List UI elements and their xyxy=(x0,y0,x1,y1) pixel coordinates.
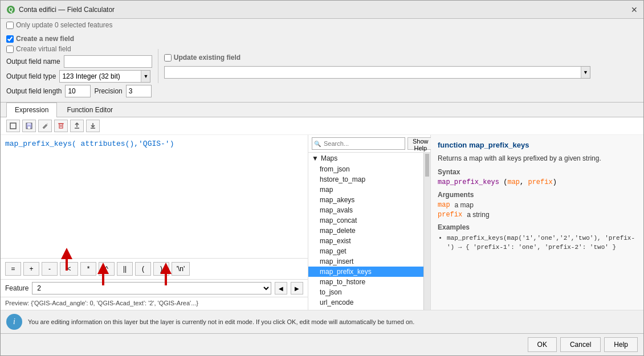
help-arguments: Arguments map a map prefix a string xyxy=(438,191,637,219)
ok-button[interactable]: OK xyxy=(528,337,557,352)
update-field-dropdown[interactable]: ▼ xyxy=(164,66,590,79)
app-icon: Q xyxy=(6,5,15,14)
only-update-row: Only update 0 selected features xyxy=(1,19,643,31)
feature-row: Feature 2 ◀ ▶ xyxy=(1,280,308,297)
output-type-select[interactable]: 123 Integer (32 bit) ▼ xyxy=(59,70,150,83)
field-options-row: Create a new field Create virtual field … xyxy=(1,31,643,100)
help-button[interactable]: Help xyxy=(604,337,638,352)
search-input[interactable] xyxy=(312,137,405,150)
edit-button[interactable] xyxy=(38,120,52,132)
preview-text: Preview: {'QGIS-Acad_angle': 0, 'QGIS-Ac… xyxy=(5,300,198,306)
func-hstore-to-map[interactable]: hstore_to_map xyxy=(308,174,423,185)
form-divider xyxy=(158,49,158,83)
next-feature-btn[interactable]: ▶ xyxy=(291,282,303,294)
close-button[interactable]: ✕ xyxy=(631,6,638,14)
virtual-field-label[interactable]: Create virtual field xyxy=(6,45,71,53)
tab-function-editor[interactable]: Function Editor xyxy=(58,103,121,117)
update-dropdown-arrow: ▼ xyxy=(581,67,590,78)
only-update-label[interactable]: Only update 0 selected features xyxy=(6,21,112,29)
arrow-indicator-1: < xyxy=(60,262,78,276)
scrollbar-thumb[interactable] xyxy=(425,154,429,177)
upload-button[interactable] xyxy=(70,120,84,132)
calc-buttons: = + - < * ^ || ( ) '\n' xyxy=(1,259,308,280)
func-map[interactable]: map xyxy=(308,185,423,195)
right-panel: function map_prefix_keys Returns a map w… xyxy=(431,135,643,310)
editor-toolbar xyxy=(1,117,643,135)
info-icon: i xyxy=(6,314,22,330)
type-dropdown-arrow: ▼ xyxy=(141,71,150,82)
func-map-delete[interactable]: map_delete xyxy=(308,226,423,236)
syntax-code: map_prefix_keys (map, prefix) xyxy=(438,178,637,186)
update-existing-label[interactable]: Update existing field xyxy=(164,54,638,62)
code-editor[interactable]: map_prefix_keys( attributes(),'QGIS-') xyxy=(1,135,308,259)
info-message: You are editing information on this laye… xyxy=(28,318,414,325)
prev-feature-btn[interactable]: ◀ xyxy=(275,282,287,294)
calc-close-paren[interactable]: ) xyxy=(153,262,169,276)
update-existing-section: Update existing field ▼ xyxy=(164,54,638,79)
func-map-to-hstore[interactable]: map_to_hstore xyxy=(308,277,423,287)
search-icon: 🔍 xyxy=(314,141,321,147)
func-map-prefix-keys[interactable]: map_prefix_keys xyxy=(308,267,423,277)
svg-rect-4 xyxy=(27,123,31,125)
update-dropdown-container: ▼ xyxy=(164,66,638,79)
func-map-exist[interactable]: map_exist xyxy=(308,236,423,246)
func-to-json[interactable]: to_json xyxy=(308,287,423,297)
bottom-bar: OK Cancel Help xyxy=(1,333,643,355)
calc-minus[interactable]: - xyxy=(42,262,58,276)
middle-panel: 🔍 Show Help ▼ Maps from_json hstore_to_m… xyxy=(308,135,431,310)
list-scrollbar[interactable] xyxy=(423,153,430,310)
precision-input[interactable] xyxy=(126,85,152,97)
func-map-concat[interactable]: map_concat xyxy=(308,215,423,226)
titlebar-left: Q Conta edifici — Field Calculator xyxy=(6,5,115,14)
new-field-section: Create a new field Create virtual field … xyxy=(6,35,152,97)
titlebar: Q Conta edifici — Field Calculator ✕ xyxy=(1,1,643,19)
func-map-insert[interactable]: map_insert xyxy=(308,256,423,267)
new-button[interactable] xyxy=(6,120,20,132)
calc-multiply[interactable]: * xyxy=(80,262,96,276)
create-new-label[interactable]: Create a new field xyxy=(6,35,74,43)
save-button[interactable] xyxy=(22,120,36,132)
preview-row: Preview: {'QGIS-Acad_angle': 0, 'QGIS-Ac… xyxy=(1,297,308,310)
virtual-field-row: Create virtual field xyxy=(6,45,152,53)
calc-pipe[interactable]: || xyxy=(117,262,133,276)
function-list: ▼ Maps from_json hstore_to_map map map_a… xyxy=(308,153,423,310)
output-name-input[interactable] xyxy=(64,55,152,68)
arg-map: map a map xyxy=(438,201,637,209)
top-form: Only update 0 selected features Create a… xyxy=(1,19,643,103)
content-area: map_prefix_keys( attributes(),'QGIS-') =… xyxy=(1,135,643,310)
download-button[interactable] xyxy=(86,120,100,132)
show-help-button[interactable]: Show Help xyxy=(407,137,434,150)
calc-newline[interactable]: '\n' xyxy=(172,262,190,276)
func-url-encode[interactable]: url_encode xyxy=(308,297,423,308)
cancel-button[interactable]: Cancel xyxy=(560,337,601,352)
help-examples: Examples map_prefix_keys(map('1','one','… xyxy=(438,223,637,252)
output-type-row: Output field type 123 Integer (32 bit) ▼ xyxy=(6,70,152,83)
tabs-bar: Expression Function Editor xyxy=(1,103,643,117)
help-syntax: Syntax map_prefix_keys (map, prefix) xyxy=(438,168,637,186)
func-map-avals[interactable]: map_avals xyxy=(308,205,423,215)
func-from-json[interactable]: from_json xyxy=(308,164,423,174)
search-row: 🔍 Show Help xyxy=(308,135,430,153)
func-map-akeys[interactable]: map_akeys xyxy=(308,195,423,205)
calc-open-paren[interactable]: ( xyxy=(135,262,151,276)
category-arrow: ▼ xyxy=(312,154,319,162)
delete-button[interactable] xyxy=(54,120,68,132)
calc-plus[interactable]: + xyxy=(23,262,39,276)
create-new-checkbox[interactable] xyxy=(6,35,14,43)
calc-equals[interactable]: = xyxy=(5,262,21,276)
virtual-field-checkbox[interactable] xyxy=(6,46,14,53)
update-existing-checkbox[interactable] xyxy=(164,54,172,62)
tab-expression[interactable]: Expression xyxy=(6,103,57,117)
code-content: map_prefix_keys( attributes(),'QGIS-') xyxy=(5,140,174,148)
examples-list: map_prefix_keys(map('1','one','2','two')… xyxy=(438,234,637,252)
category-maps[interactable]: ▼ Maps xyxy=(308,153,423,164)
help-description: Returns a map with all keys prefixed by … xyxy=(438,154,637,163)
calc-lessthan[interactable]: < xyxy=(60,262,78,276)
length-input[interactable] xyxy=(65,85,91,97)
func-map-get[interactable]: map_get xyxy=(308,246,423,256)
main-window: Q Conta edifici — Field Calculator ✕ Onl… xyxy=(0,0,644,356)
output-name-row: Output field name xyxy=(6,55,152,68)
feature-select[interactable]: 2 xyxy=(32,282,271,294)
calc-power[interactable]: ^ xyxy=(99,262,115,276)
only-update-checkbox[interactable] xyxy=(6,22,14,29)
